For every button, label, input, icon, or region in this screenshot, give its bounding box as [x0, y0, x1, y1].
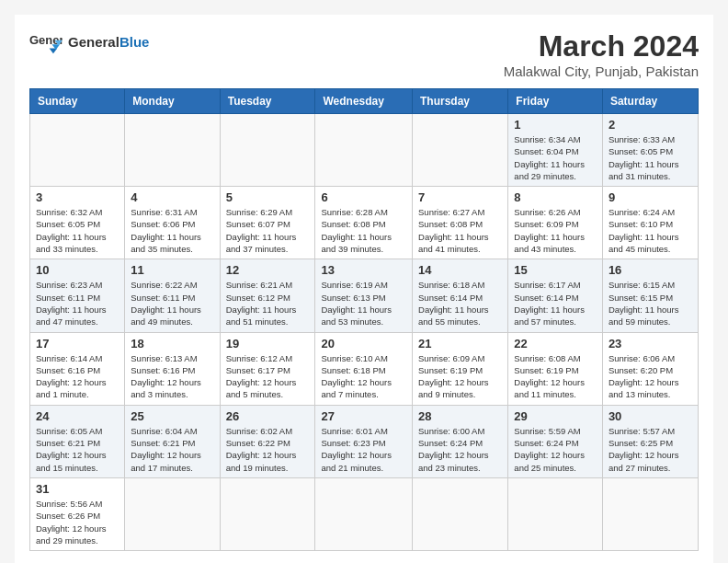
calendar-cell: 18Sunrise: 6:13 AM Sunset: 6:16 PM Dayli…	[125, 332, 220, 405]
logo: General GeneralBlue	[29, 29, 149, 55]
col-header-thursday: Thursday	[413, 89, 508, 114]
day-number: 10	[36, 263, 119, 277]
calendar-cell	[125, 477, 220, 550]
day-number: 31	[36, 482, 119, 496]
day-number: 6	[321, 190, 406, 204]
day-info: Sunrise: 6:09 AM Sunset: 6:19 PM Dayligh…	[418, 352, 502, 401]
calendar-cell: 25Sunrise: 6:04 AM Sunset: 6:21 PM Dayli…	[125, 405, 220, 477]
calendar-cell	[508, 477, 603, 550]
calendar-cell: 16Sunrise: 6:15 AM Sunset: 6:15 PM Dayli…	[602, 259, 698, 332]
page: General GeneralBlue March 2024 Malakwal …	[15, 15, 713, 563]
day-info: Sunrise: 6:01 AM Sunset: 6:23 PM Dayligh…	[321, 425, 406, 474]
day-number: 19	[226, 337, 310, 350]
calendar-cell: 13Sunrise: 6:19 AM Sunset: 6:13 PM Dayli…	[315, 259, 413, 332]
calendar-cell: 15Sunrise: 6:17 AM Sunset: 6:14 PM Dayli…	[508, 259, 603, 332]
day-info: Sunrise: 6:21 AM Sunset: 6:12 PM Dayligh…	[226, 279, 310, 327]
location-title: Malakwal City, Punjab, Pakistan	[504, 63, 699, 79]
title-block: March 2024 Malakwal City, Punjab, Pakist…	[504, 29, 699, 79]
day-info: Sunrise: 6:32 AM Sunset: 6:05 PM Dayligh…	[36, 206, 119, 255]
calendar-cell: 22Sunrise: 6:08 AM Sunset: 6:19 PM Dayli…	[508, 332, 603, 405]
day-number: 26	[226, 409, 310, 423]
day-info: Sunrise: 6:28 AM Sunset: 6:08 PM Dayligh…	[321, 206, 406, 255]
day-number: 21	[418, 337, 502, 350]
col-header-tuesday: Tuesday	[220, 89, 315, 114]
day-number: 4	[131, 190, 213, 204]
calendar-cell	[413, 114, 508, 187]
day-info: Sunrise: 6:33 AM Sunset: 6:05 PM Dayligh…	[609, 133, 692, 182]
day-info: Sunrise: 5:56 AM Sunset: 6:26 PM Dayligh…	[36, 498, 119, 546]
calendar-cell: 14Sunrise: 6:18 AM Sunset: 6:14 PM Dayli…	[413, 259, 508, 332]
calendar-cell	[220, 477, 315, 550]
day-number: 27	[321, 409, 406, 423]
calendar-row: 31Sunrise: 5:56 AM Sunset: 6:26 PM Dayli…	[30, 477, 699, 550]
day-info: Sunrise: 6:22 AM Sunset: 6:11 PM Dayligh…	[131, 279, 213, 327]
day-number: 3	[36, 190, 119, 204]
day-number: 22	[514, 337, 597, 350]
day-number: 23	[609, 337, 692, 350]
col-header-friday: Friday	[508, 89, 603, 114]
day-info: Sunrise: 6:15 AM Sunset: 6:15 PM Dayligh…	[609, 279, 692, 327]
calendar-cell: 24Sunrise: 6:05 AM Sunset: 6:21 PM Dayli…	[30, 405, 125, 477]
day-number: 2	[609, 118, 692, 132]
calendar-cell: 7Sunrise: 6:27 AM Sunset: 6:08 PM Daylig…	[413, 187, 508, 259]
calendar-row: 1Sunrise: 6:34 AM Sunset: 6:04 PM Daylig…	[30, 114, 699, 187]
calendar-cell	[315, 477, 413, 550]
calendar-cell: 6Sunrise: 6:28 AM Sunset: 6:08 PM Daylig…	[315, 187, 413, 259]
calendar-cell	[125, 114, 220, 187]
day-info: Sunrise: 6:10 AM Sunset: 6:18 PM Dayligh…	[321, 352, 406, 401]
day-info: Sunrise: 6:13 AM Sunset: 6:16 PM Dayligh…	[131, 352, 213, 401]
calendar-cell	[602, 477, 698, 550]
day-info: Sunrise: 6:17 AM Sunset: 6:14 PM Dayligh…	[514, 279, 597, 327]
calendar-cell	[413, 477, 508, 550]
calendar-cell: 27Sunrise: 6:01 AM Sunset: 6:23 PM Dayli…	[315, 405, 413, 477]
calendar-header-row: SundayMondayTuesdayWednesdayThursdayFrid…	[30, 89, 699, 114]
day-number: 14	[418, 263, 502, 277]
day-info: Sunrise: 5:59 AM Sunset: 6:24 PM Dayligh…	[514, 425, 597, 474]
calendar-row: 3Sunrise: 6:32 AM Sunset: 6:05 PM Daylig…	[30, 187, 699, 259]
col-header-monday: Monday	[125, 89, 220, 114]
day-info: Sunrise: 6:26 AM Sunset: 6:09 PM Dayligh…	[514, 206, 597, 255]
calendar-cell: 1Sunrise: 6:34 AM Sunset: 6:04 PM Daylig…	[508, 114, 603, 187]
col-header-saturday: Saturday	[602, 89, 698, 114]
calendar-cell	[315, 114, 413, 187]
day-info: Sunrise: 6:29 AM Sunset: 6:07 PM Dayligh…	[226, 206, 310, 255]
calendar-cell: 20Sunrise: 6:10 AM Sunset: 6:18 PM Dayli…	[315, 332, 413, 405]
col-header-wednesday: Wednesday	[315, 89, 413, 114]
day-number: 29	[514, 409, 597, 423]
day-number: 13	[321, 263, 406, 277]
calendar-cell: 31Sunrise: 5:56 AM Sunset: 6:26 PM Dayli…	[30, 477, 125, 550]
calendar-table: SundayMondayTuesdayWednesdayThursdayFrid…	[29, 88, 699, 551]
day-number: 8	[514, 190, 597, 204]
calendar-cell: 30Sunrise: 5:57 AM Sunset: 6:25 PM Dayli…	[602, 405, 698, 477]
calendar-cell: 28Sunrise: 6:00 AM Sunset: 6:24 PM Dayli…	[413, 405, 508, 477]
day-info: Sunrise: 6:23 AM Sunset: 6:11 PM Dayligh…	[36, 279, 119, 327]
day-number: 9	[609, 190, 692, 204]
calendar-cell: 4Sunrise: 6:31 AM Sunset: 6:06 PM Daylig…	[125, 187, 220, 259]
calendar-row: 24Sunrise: 6:05 AM Sunset: 6:21 PM Dayli…	[30, 405, 699, 477]
calendar-cell: 21Sunrise: 6:09 AM Sunset: 6:19 PM Dayli…	[413, 332, 508, 405]
day-number: 24	[36, 409, 119, 423]
day-number: 11	[131, 263, 213, 277]
month-title: March 2024	[504, 29, 699, 63]
day-number: 5	[226, 190, 310, 204]
day-info: Sunrise: 6:19 AM Sunset: 6:13 PM Dayligh…	[321, 279, 406, 327]
day-number: 25	[131, 409, 213, 423]
day-info: Sunrise: 6:06 AM Sunset: 6:20 PM Dayligh…	[609, 352, 692, 401]
calendar-cell: 11Sunrise: 6:22 AM Sunset: 6:11 PM Dayli…	[125, 259, 220, 332]
day-info: Sunrise: 6:14 AM Sunset: 6:16 PM Dayligh…	[36, 352, 119, 401]
day-info: Sunrise: 6:08 AM Sunset: 6:19 PM Dayligh…	[514, 352, 597, 401]
day-info: Sunrise: 6:02 AM Sunset: 6:22 PM Dayligh…	[226, 425, 310, 474]
calendar-cell: 29Sunrise: 5:59 AM Sunset: 6:24 PM Dayli…	[508, 405, 603, 477]
logo-icon: General	[29, 29, 63, 55]
calendar-row: 17Sunrise: 6:14 AM Sunset: 6:16 PM Dayli…	[30, 332, 699, 405]
day-info: Sunrise: 6:05 AM Sunset: 6:21 PM Dayligh…	[36, 425, 119, 474]
day-number: 12	[226, 263, 310, 277]
day-info: Sunrise: 5:57 AM Sunset: 6:25 PM Dayligh…	[609, 425, 692, 474]
day-number: 7	[418, 190, 502, 204]
calendar-cell: 9Sunrise: 6:24 AM Sunset: 6:10 PM Daylig…	[602, 187, 698, 259]
logo-text: GeneralBlue	[68, 35, 149, 51]
calendar-cell: 5Sunrise: 6:29 AM Sunset: 6:07 PM Daylig…	[220, 187, 315, 259]
day-number: 15	[514, 263, 597, 277]
day-number: 20	[321, 337, 406, 350]
day-info: Sunrise: 6:34 AM Sunset: 6:04 PM Dayligh…	[514, 133, 597, 182]
